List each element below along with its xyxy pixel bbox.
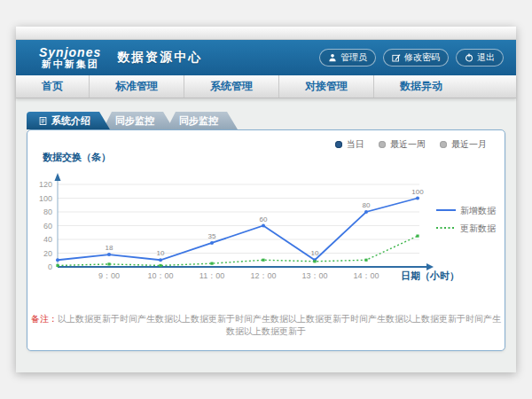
user-button-0[interactable]: 管理员	[319, 49, 376, 66]
data-point	[416, 235, 419, 238]
tab-0[interactable]: 系统介绍	[27, 112, 110, 129]
y-axis-arrow	[55, 173, 61, 181]
data-point-label: 10	[311, 249, 319, 257]
content-area: 系统介绍同步监控同步监控 当日最近一周最近一月 数据交换（条） 02040608…	[16, 98, 516, 351]
data-point	[56, 264, 59, 267]
data-point-label: 18	[106, 244, 113, 252]
data-point	[159, 264, 161, 267]
data-point-label: 60	[260, 215, 268, 223]
nav-item-4[interactable]: 数据异动	[374, 75, 468, 98]
user-icon	[328, 53, 337, 62]
radio-option-2[interactable]: 最近一月	[440, 138, 487, 151]
data-point	[159, 258, 162, 262]
footnote: 备注：以上数据更新于时间产生数据以上数据更新于时间产生数据以上数据更新于时间产生…	[27, 313, 505, 338]
tab-label: 同步监控	[115, 115, 154, 126]
data-point	[262, 259, 264, 262]
line-chart-svg: 0204060801001209：0010：0011：0012：0013：001…	[27, 169, 505, 285]
data-point	[210, 241, 214, 245]
footnote-label: 备注：	[31, 314, 58, 324]
y-tick-label: 80	[43, 207, 52, 216]
user-area: 管理员修改密码退出	[319, 40, 504, 75]
user-button-1[interactable]: 修改密码	[383, 49, 449, 66]
radio-option-1[interactable]: 最近一周	[379, 138, 426, 151]
x-tick-label: 11：00	[200, 271, 224, 280]
chart-panel: 当日最近一周最近一月 数据交换（条） 0204060801001209：0010…	[27, 129, 505, 351]
data-point	[364, 210, 368, 214]
app-window: Synjones 新中新集团 数据资源中心 管理员修改密码退出 首页标准管理系统…	[16, 27, 516, 372]
x-tick-label: 9：00	[98, 271, 120, 280]
line-chart: 0204060801001209：0010：0011：0012：0013：001…	[27, 169, 505, 285]
data-point	[262, 224, 265, 228]
radio-label: 当日	[347, 138, 364, 151]
user-button-label: 修改密码	[404, 51, 440, 64]
x-tick-label: 10：00	[147, 271, 173, 280]
radio-option-0[interactable]: 当日	[335, 138, 364, 151]
footnote-text: 以上数据更新于时间产生数据以上数据更新于时间产生数据以上数据更新于时间产生数据以…	[58, 314, 501, 336]
x-axis-arrow	[426, 263, 434, 270]
tab-bar: 系统介绍同步监控同步监控	[27, 112, 505, 129]
y-tick-label: 120	[39, 180, 52, 189]
power-icon	[465, 53, 473, 62]
radio-dot	[379, 141, 386, 148]
window-chrome-strip	[16, 27, 516, 40]
data-point-label: 35	[208, 232, 216, 240]
y-tick-label: 100	[39, 194, 52, 203]
data-point-label: 100	[411, 188, 424, 196]
data-point	[210, 262, 213, 265]
user-button-label: 退出	[477, 51, 495, 64]
radio-label: 最近一周	[390, 138, 426, 151]
radio-dot	[335, 141, 342, 148]
data-point	[416, 197, 419, 200]
tab-label: 同步监控	[179, 115, 218, 126]
data-point-label: 80	[363, 201, 371, 209]
doc-icon	[39, 117, 47, 125]
nav-item-1[interactable]: 标准管理	[90, 75, 184, 98]
chart-y-axis-title: 数据交换（条）	[43, 151, 111, 164]
x-tick-label: 13：00	[301, 271, 327, 280]
page-title: 数据资源中心	[117, 50, 202, 66]
data-point-label: 10	[157, 249, 165, 257]
data-point	[364, 259, 367, 262]
y-tick-label: 40	[43, 235, 52, 244]
brand-logo: Synjones 新中新集团	[39, 46, 101, 69]
user-button-2[interactable]: 退出	[456, 49, 504, 66]
nav-item-3[interactable]: 对接管理	[279, 75, 374, 98]
y-tick-label: 60	[43, 222, 52, 231]
radio-dot	[440, 141, 447, 148]
legend-label: 新增数据	[460, 206, 497, 215]
nav-item-0[interactable]: 首页	[16, 75, 90, 98]
brand-logo-en: Synjones	[39, 46, 101, 59]
tab-2[interactable]: 同步监控	[167, 112, 238, 129]
data-point	[313, 260, 316, 262]
time-range-radio-group: 当日最近一周最近一月	[335, 138, 487, 151]
screen: Synjones 新中新集团 数据资源中心 管理员修改密码退出 首页标准管理系统…	[0, 0, 532, 399]
main-nav: 首页标准管理系统管理对接管理数据异动	[16, 75, 516, 98]
data-point	[56, 258, 59, 262]
x-tick-label: 14：00	[353, 271, 379, 280]
data-point	[107, 253, 111, 256]
app-header: Synjones 新中新集团 数据资源中心 管理员修改密码退出	[16, 40, 516, 75]
y-tick-label: 20	[43, 249, 52, 258]
radio-label: 最近一月	[451, 138, 487, 151]
tab-1[interactable]: 同步监控	[103, 112, 174, 129]
chart-x-axis-title: 日期（小时）	[401, 270, 459, 282]
nav-item-2[interactable]: 系统管理	[184, 75, 279, 98]
edit-icon	[392, 53, 401, 62]
user-button-label: 管理员	[340, 51, 367, 64]
data-point	[107, 262, 110, 265]
legend-label: 更新数据	[460, 223, 497, 233]
brand-logo-cn: 新中新集团	[39, 59, 101, 70]
y-tick-label: 0	[48, 262, 52, 271]
x-tick-label: 12：00	[250, 271, 276, 280]
tab-label: 系统介绍	[51, 115, 90, 126]
